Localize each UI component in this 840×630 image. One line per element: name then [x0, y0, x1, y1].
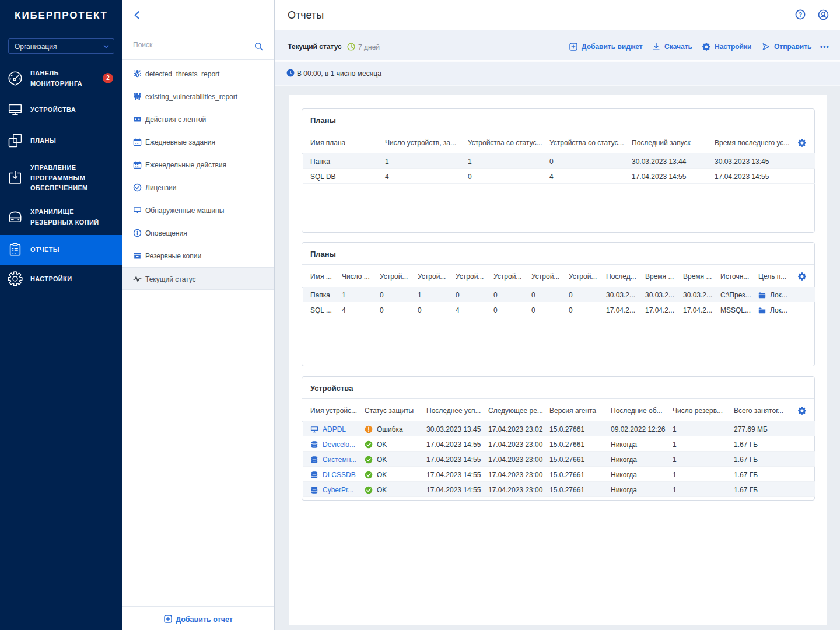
svg-text:?: ? [799, 11, 802, 18]
